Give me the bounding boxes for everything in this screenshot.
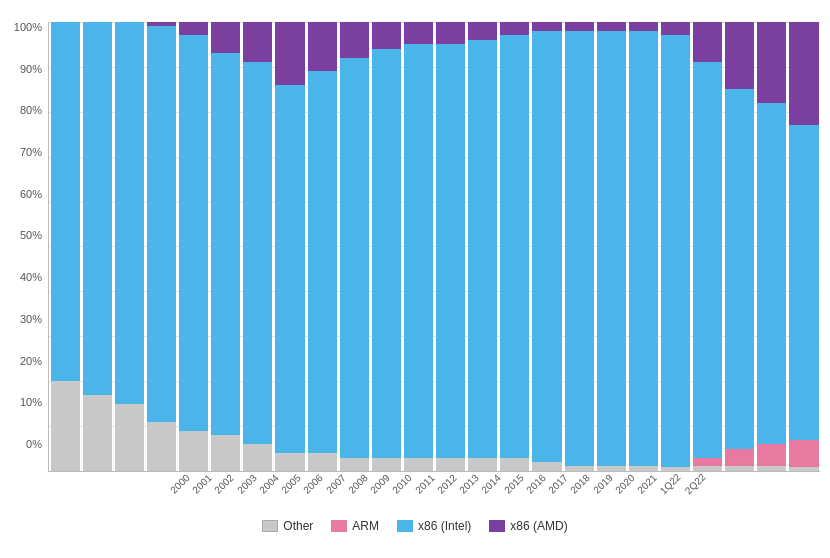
bar-segment-intel — [211, 53, 240, 435]
x-label: 2008 — [346, 472, 370, 496]
bar-stack — [725, 22, 754, 471]
x-label: 1Q22 — [658, 471, 683, 496]
bar-segment-intel — [243, 62, 272, 444]
y-label: 50% — [20, 230, 42, 241]
bar-segment-amd — [372, 22, 401, 49]
bar-segment-other — [500, 458, 529, 471]
legend: OtherARMx86 (Intel)x86 (AMD) — [262, 519, 567, 533]
bar-stack — [147, 22, 176, 471]
x-label: 2000 — [168, 472, 192, 496]
bar-group — [113, 22, 145, 471]
bar-segment-other — [725, 466, 754, 470]
bar-segment-arm — [757, 444, 786, 466]
x-label: 2003 — [235, 472, 259, 496]
bar-segment-other — [661, 467, 690, 471]
bar-group — [724, 22, 756, 471]
bar-stack — [565, 22, 594, 471]
y-label: 40% — [20, 272, 42, 283]
legend-label: x86 (AMD) — [510, 519, 567, 533]
x-label: 2006 — [302, 472, 326, 496]
bar-segment-intel — [500, 35, 529, 457]
y-label: 60% — [20, 189, 42, 200]
bar-segment-other — [83, 395, 112, 471]
bar-segment-amd — [597, 22, 626, 31]
bar-segment-other — [340, 458, 369, 471]
bar-group — [306, 22, 338, 471]
bar-segment-amd — [565, 22, 594, 31]
bar-segment-intel — [147, 26, 176, 421]
bar-group — [210, 22, 242, 471]
bars-container — [48, 22, 820, 472]
bar-stack — [597, 22, 626, 471]
legend-swatch — [397, 520, 413, 532]
bar-stack — [275, 22, 304, 471]
bar-stack — [436, 22, 465, 471]
bar-segment-other — [757, 466, 786, 470]
x-label: 2005 — [279, 472, 303, 496]
bar-group — [692, 22, 724, 471]
bar-segment-intel — [372, 49, 401, 458]
bar-group — [563, 22, 595, 471]
bar-segment-amd — [725, 22, 754, 89]
bar-group — [659, 22, 691, 471]
x-label: 2019 — [591, 472, 615, 496]
y-label: 20% — [20, 356, 42, 367]
legend-item: x86 (Intel) — [397, 519, 471, 533]
bar-segment-intel — [532, 31, 561, 462]
bar-stack — [532, 22, 561, 471]
bar-group — [531, 22, 563, 471]
bar-stack — [340, 22, 369, 471]
bar-segment-other — [51, 381, 80, 471]
bar-segment-amd — [789, 22, 818, 125]
bar-segment-intel — [789, 125, 818, 439]
legend-swatch — [331, 520, 347, 532]
bar-segment-other — [693, 466, 722, 470]
bar-segment-amd — [340, 22, 369, 58]
bar-segment-intel — [51, 22, 80, 381]
bar-segment-amd — [693, 22, 722, 62]
bar-group — [756, 22, 788, 471]
bar-segment-intel — [629, 31, 658, 467]
bar-stack — [629, 22, 658, 471]
x-label: 2007 — [324, 472, 348, 496]
x-label: 2001 — [190, 472, 214, 496]
bar-group — [242, 22, 274, 471]
bar-group — [788, 22, 820, 471]
bar-segment-amd — [629, 22, 658, 31]
bar-segment-amd — [243, 22, 272, 62]
bar-segment-other — [179, 431, 208, 471]
bar-stack — [51, 22, 80, 471]
bar-segment-intel — [308, 71, 337, 453]
x-label: 2010 — [391, 472, 415, 496]
bar-group — [274, 22, 306, 471]
legend-label: Other — [283, 519, 313, 533]
bar-stack — [372, 22, 401, 471]
bar-segment-other — [211, 435, 240, 471]
bar-segment-intel — [340, 58, 369, 458]
bar-segment-other — [629, 466, 658, 470]
y-label: 90% — [20, 64, 42, 75]
bar-segment-other — [565, 466, 594, 470]
bar-group — [81, 22, 113, 471]
y-label: 30% — [20, 314, 42, 325]
bar-stack — [211, 22, 240, 471]
bars-inner — [48, 22, 820, 472]
legend-swatch — [262, 520, 278, 532]
x-label: 2016 — [524, 472, 548, 496]
bar-segment-intel — [179, 35, 208, 430]
bar-stack — [404, 22, 433, 471]
bar-segment-other — [308, 453, 337, 471]
bar-stack — [83, 22, 112, 471]
bar-stack — [115, 22, 144, 471]
bar-group — [435, 22, 467, 471]
bar-segment-arm — [725, 449, 754, 467]
legend-label: ARM — [352, 519, 379, 533]
x-label: 2015 — [502, 472, 526, 496]
bar-segment-intel — [275, 85, 304, 453]
bar-stack — [243, 22, 272, 471]
bar-stack — [789, 22, 818, 471]
legend-swatch — [489, 520, 505, 532]
bar-segment-intel — [436, 44, 465, 457]
bar-group — [49, 22, 81, 471]
legend-label: x86 (Intel) — [418, 519, 471, 533]
